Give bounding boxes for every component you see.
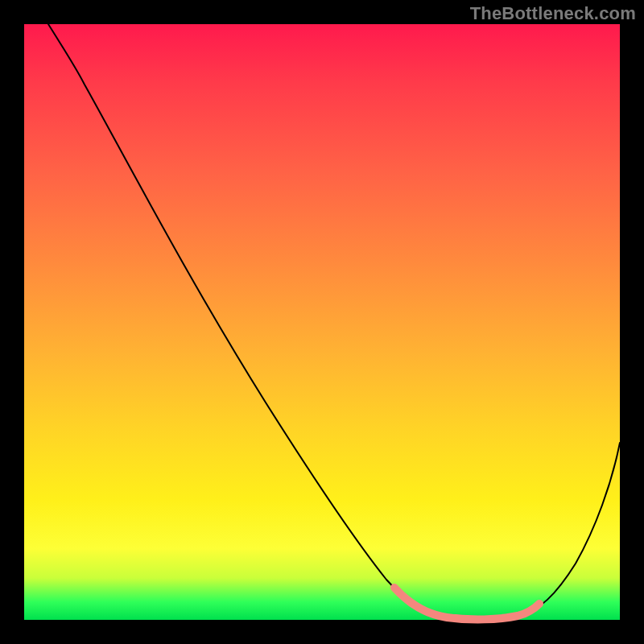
bottleneck-curve (48, 24, 620, 619)
watermark-text: TheBottleneck.com (470, 3, 636, 24)
highlight-segment (394, 588, 539, 619)
curve-svg (24, 24, 620, 620)
chart-frame: TheBottleneck.com (0, 0, 644, 644)
plot-area (24, 24, 620, 620)
